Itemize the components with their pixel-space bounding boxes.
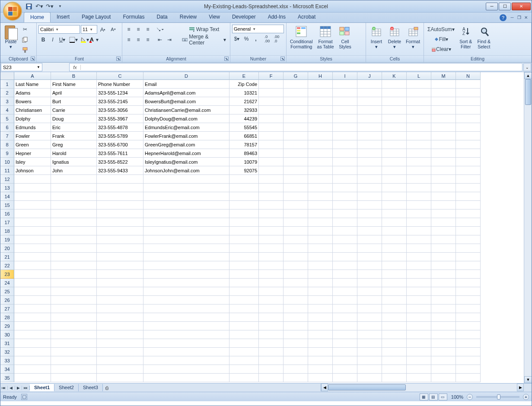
cell[interactable] (259, 209, 284, 218)
cell[interactable]: 323-555-5789 (97, 132, 143, 140)
cell[interactable] (14, 184, 51, 192)
insert-cells-button[interactable]: +Insert▾ (368, 24, 385, 50)
cell[interactable] (456, 97, 481, 106)
cell[interactable] (382, 114, 407, 123)
sheet-prev-icon[interactable]: ◀ (8, 386, 15, 390)
cell[interactable] (382, 132, 407, 140)
formula-expand-icon[interactable]: ⌄ (523, 63, 531, 71)
cell[interactable] (382, 235, 407, 244)
cell[interactable] (51, 270, 97, 279)
cell[interactable] (284, 158, 308, 166)
cell[interactable] (357, 330, 382, 339)
cell[interactable] (382, 279, 407, 287)
cell[interactable] (97, 227, 143, 235)
cell[interactable] (308, 244, 333, 253)
cell[interactable] (284, 97, 308, 106)
cell[interactable] (143, 313, 229, 322)
cell[interactable] (284, 140, 308, 149)
cell[interactable] (333, 106, 357, 114)
cell[interactable] (333, 330, 357, 339)
cell[interactable] (229, 227, 259, 235)
cell[interactable] (259, 201, 284, 209)
scroll-left-icon[interactable]: ◀ (321, 384, 328, 391)
cell[interactable] (51, 339, 97, 348)
cell[interactable]: 10079 (229, 158, 259, 166)
row-header[interactable]: 18 (0, 227, 14, 235)
cell[interactable] (382, 339, 407, 348)
cell[interactable] (259, 80, 284, 89)
normal-view-icon[interactable]: ▦ (420, 393, 428, 400)
cell[interactable] (143, 356, 229, 365)
cell[interactable] (431, 330, 456, 339)
cell[interactable] (333, 140, 357, 149)
row-header[interactable]: 10 (0, 158, 14, 166)
cell[interactable] (333, 89, 357, 97)
cell[interactable] (431, 123, 456, 132)
cell[interactable] (333, 322, 357, 330)
cell[interactable] (97, 175, 143, 184)
cell[interactable] (51, 218, 97, 227)
cell[interactable] (382, 287, 407, 296)
row-header[interactable]: 21 (0, 253, 14, 261)
cell[interactable] (284, 356, 308, 365)
cell[interactable] (333, 279, 357, 287)
cell[interactable]: 44239 (229, 114, 259, 123)
cell[interactable]: 323-555-4878 (97, 123, 143, 132)
cell[interactable] (407, 348, 431, 356)
cell[interactable] (357, 149, 382, 158)
cell[interactable] (456, 158, 481, 166)
cell[interactable] (259, 106, 284, 114)
cell[interactable] (259, 261, 284, 270)
cell[interactable] (456, 227, 481, 235)
cell[interactable] (308, 270, 333, 279)
cell[interactable] (357, 97, 382, 106)
align-left-icon[interactable]: ≡ (124, 35, 134, 44)
cell[interactable] (431, 287, 456, 296)
maximize-button[interactable]: ☐ (499, 3, 511, 10)
cell[interactable] (407, 201, 431, 209)
cell[interactable] (333, 365, 357, 374)
zoom-out-icon[interactable]: − (467, 394, 473, 400)
cell[interactable] (51, 322, 97, 330)
cell[interactable] (382, 374, 407, 382)
cell[interactable] (308, 89, 333, 97)
cell[interactable] (284, 279, 308, 287)
cell[interactable] (51, 227, 97, 235)
cell[interactable]: Hepner (14, 149, 51, 158)
cell[interactable] (456, 339, 481, 348)
cell[interactable] (259, 140, 284, 149)
sheet-last-icon[interactable]: ⏭ (22, 386, 29, 390)
cell[interactable] (229, 253, 259, 261)
cell[interactable] (333, 149, 357, 158)
cell[interactable] (431, 175, 456, 184)
cell[interactable]: Zip Code (229, 80, 259, 89)
formula-input[interactable]: fx (69, 63, 522, 71)
cell[interactable] (143, 304, 229, 313)
cell[interactable] (51, 253, 97, 261)
cell[interactable] (51, 365, 97, 374)
cell[interactable] (259, 132, 284, 140)
cell[interactable]: Dolphy (14, 114, 51, 123)
cell[interactable]: Eric (51, 123, 97, 132)
row-header[interactable]: 6 (0, 123, 14, 132)
cell[interactable] (431, 158, 456, 166)
format-as-table-button[interactable]: Formatas Table (315, 24, 336, 50)
cell[interactable] (143, 218, 229, 227)
cell[interactable]: Johnson (14, 166, 51, 175)
hscroll-thumb[interactable] (328, 384, 406, 390)
cell[interactable] (229, 322, 259, 330)
cell[interactable] (431, 235, 456, 244)
cell[interactable] (382, 330, 407, 339)
cell[interactable] (431, 313, 456, 322)
cell[interactable] (431, 270, 456, 279)
cell[interactable] (14, 201, 51, 209)
cell[interactable] (259, 89, 284, 97)
cell[interactable] (382, 166, 407, 175)
cell[interactable] (97, 356, 143, 365)
shrink-font-icon[interactable]: A▾ (108, 25, 118, 34)
cell[interactable] (407, 175, 431, 184)
cell[interactable] (143, 279, 229, 287)
cell[interactable] (456, 106, 481, 114)
cell[interactable] (308, 201, 333, 209)
cell[interactable] (97, 244, 143, 253)
